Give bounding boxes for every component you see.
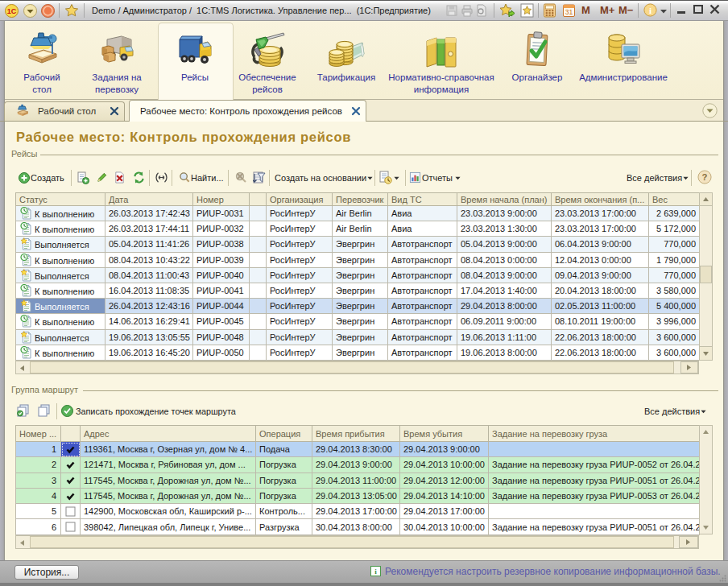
svg-text:i: i	[649, 6, 651, 15]
svg-text:?: ?	[702, 172, 708, 182]
svg-text:31: 31	[565, 8, 573, 16]
svg-text:1C: 1C	[7, 7, 17, 15]
